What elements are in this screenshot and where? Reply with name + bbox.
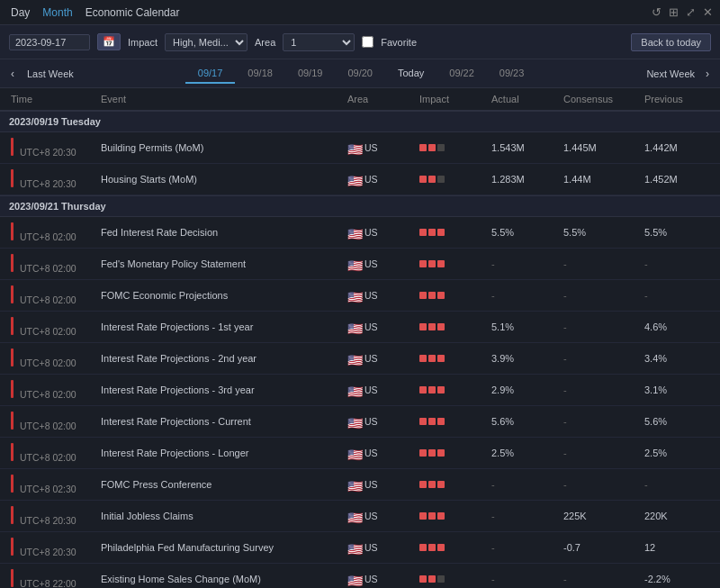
impact-indicator bbox=[11, 380, 14, 398]
event-name: Interest Rate Projections - 1st year bbox=[97, 320, 344, 334]
close-icon[interactable]: ✕ bbox=[703, 5, 713, 19]
time-value: UTC+8 20:30 bbox=[20, 147, 76, 158]
actual-cell: - bbox=[488, 257, 560, 271]
week-day-09-22[interactable]: 09/22 bbox=[436, 64, 487, 84]
area-cell: 🇺🇸 US bbox=[344, 140, 416, 155]
area-cell: 🇺🇸 US bbox=[344, 320, 416, 334]
table-row[interactable]: UTC+8 20:30 Initial Jobless Claims 🇺🇸 US… bbox=[0, 501, 720, 532]
table-row[interactable]: UTC+8 22:00 Existing Home Sales Change (… bbox=[0, 564, 720, 587]
area-cell: 🇺🇸 US bbox=[344, 414, 416, 429]
table-row[interactable]: UTC+8 02:00 Interest Rate Projections - … bbox=[0, 312, 720, 343]
consensus-cell: 1.445M bbox=[560, 140, 641, 155]
impact-indicator bbox=[11, 169, 14, 187]
week-day-Today[interactable]: Today bbox=[385, 64, 436, 84]
event-name: Fed Interest Rate Decision bbox=[97, 225, 344, 240]
date-input[interactable] bbox=[9, 34, 90, 50]
table-row[interactable]: UTC+8 02:00 Interest Rate Projections - … bbox=[0, 406, 720, 438]
flag-icon: 🇺🇸 bbox=[347, 385, 362, 395]
consensus-cell: 1.44M bbox=[560, 172, 641, 186]
table-row[interactable]: UTC+8 20:30 Philadelphia Fed Manufacturi… bbox=[0, 532, 720, 564]
impact-cell bbox=[416, 227, 488, 238]
tab-month[interactable]: Month bbox=[39, 5, 76, 21]
section-header: 2023/09/19 Tuesday bbox=[0, 111, 720, 132]
back-to-today-button[interactable]: Back to today bbox=[631, 33, 711, 51]
consensus-cell: - bbox=[560, 320, 641, 334]
consensus-cell: 5.5% bbox=[560, 225, 641, 240]
time-value: UTC+8 02:00 bbox=[20, 421, 76, 431]
table-row[interactable]: UTC+8 20:30 Housing Starts (MoM) 🇺🇸 US 1… bbox=[0, 164, 720, 195]
week-day-09-23[interactable]: 09/23 bbox=[487, 64, 537, 84]
actual-cell: 5.6% bbox=[488, 414, 560, 429]
previous-cell: 220K bbox=[641, 509, 713, 523]
area-cell: 🇺🇸 US bbox=[344, 572, 416, 586]
consensus-cell: - bbox=[560, 446, 641, 460]
area-code: US bbox=[364, 574, 378, 584]
impact-cell bbox=[416, 416, 488, 427]
impact-indicator bbox=[11, 348, 14, 366]
page-title: Economic Calendar bbox=[86, 6, 180, 19]
time-value: UTC+8 20:30 bbox=[20, 547, 76, 557]
time-value: UTC+8 02:00 bbox=[20, 357, 76, 368]
week-day-09-17[interactable]: 09/17 bbox=[185, 64, 236, 84]
week-day-09-18[interactable]: 09/18 bbox=[235, 64, 285, 84]
previous-cell: 2.5% bbox=[641, 446, 713, 460]
week-day-09-19[interactable]: 09/19 bbox=[285, 64, 336, 84]
area-code: US bbox=[364, 448, 378, 458]
flag-icon: 🇺🇸 bbox=[347, 417, 362, 427]
impact-cell bbox=[416, 174, 488, 185]
th-time: Time bbox=[7, 92, 97, 106]
table-header: Time Event Area Impact Actual Consensus … bbox=[0, 88, 720, 111]
actual-cell: 2.9% bbox=[488, 383, 560, 397]
next-week-label[interactable]: Next Week bbox=[643, 68, 698, 79]
impact-cell bbox=[416, 353, 488, 364]
refresh-icon[interactable]: ↺ bbox=[652, 5, 662, 19]
grid-icon[interactable]: ⊞ bbox=[669, 5, 679, 19]
last-week-label[interactable]: Last Week bbox=[22, 68, 79, 79]
impact-select[interactable]: High, Medi... bbox=[165, 33, 248, 51]
table-row[interactable]: UTC+8 20:30 Building Permits (MoM) 🇺🇸 US… bbox=[0, 132, 720, 164]
calendar-icon-button[interactable]: 📅 bbox=[97, 33, 121, 50]
week-day-09-20[interactable]: 09/20 bbox=[335, 64, 385, 84]
consensus-cell: - bbox=[560, 414, 641, 429]
th-consensus: Consensus bbox=[560, 92, 641, 106]
section-header: 2023/09/21 Thursday bbox=[0, 195, 720, 217]
table-row[interactable]: UTC+8 02:00 Interest Rate Projections - … bbox=[0, 343, 720, 375]
flag-icon: 🇺🇸 bbox=[347, 143, 362, 153]
table-row[interactable]: UTC+8 02:30 FOMC Press Conference 🇺🇸 US … bbox=[0, 469, 720, 501]
event-name: Fed's Monetary Policy Statement bbox=[97, 257, 344, 271]
impact-cell bbox=[416, 142, 488, 153]
area-cell: 🇺🇸 US bbox=[344, 257, 416, 271]
area-code: US bbox=[364, 353, 378, 364]
table-row[interactable]: UTC+8 02:00 Fed's Monetary Policy Statem… bbox=[0, 249, 720, 280]
area-code: US bbox=[364, 511, 378, 521]
impact-cell bbox=[416, 542, 488, 553]
event-name: Existing Home Sales Change (MoM) bbox=[97, 572, 344, 586]
area-code: US bbox=[364, 384, 378, 395]
actual-cell: - bbox=[488, 477, 560, 492]
prev-arrow[interactable]: ‹ bbox=[4, 64, 22, 84]
table-row[interactable]: UTC+8 02:00 Fed Interest Rate Decision 🇺… bbox=[0, 217, 720, 249]
time-value: UTC+8 20:30 bbox=[20, 515, 76, 526]
consensus-cell: - bbox=[560, 477, 641, 492]
impact-cell bbox=[416, 258, 488, 269]
area-code: US bbox=[364, 227, 378, 238]
area-cell: 🇺🇸 US bbox=[344, 477, 416, 492]
impact-bars bbox=[419, 355, 484, 362]
impact-cell bbox=[416, 290, 488, 301]
next-arrow[interactable]: › bbox=[698, 64, 716, 84]
impact-bars bbox=[419, 144, 484, 151]
table-row[interactable]: UTC+8 02:00 FOMC Economic Projections 🇺🇸… bbox=[0, 280, 720, 312]
table-row[interactable]: UTC+8 02:00 Interest Rate Projections - … bbox=[0, 438, 720, 469]
expand-icon[interactable]: ⤢ bbox=[686, 5, 696, 19]
flag-icon: 🇺🇸 bbox=[347, 259, 362, 269]
favorite-checkbox[interactable] bbox=[362, 36, 374, 48]
area-label: Area bbox=[255, 37, 275, 48]
table-row[interactable]: UTC+8 02:00 Interest Rate Projections - … bbox=[0, 375, 720, 406]
event-name: Building Permits (MoM) bbox=[97, 140, 344, 155]
area-cell: 🇺🇸 US bbox=[344, 446, 416, 460]
area-select[interactable]: 1 bbox=[283, 33, 355, 51]
impact-indicator bbox=[11, 475, 14, 493]
impact-bars bbox=[419, 544, 484, 551]
tab-day[interactable]: Day bbox=[7, 5, 33, 21]
impact-bars bbox=[419, 575, 484, 583]
